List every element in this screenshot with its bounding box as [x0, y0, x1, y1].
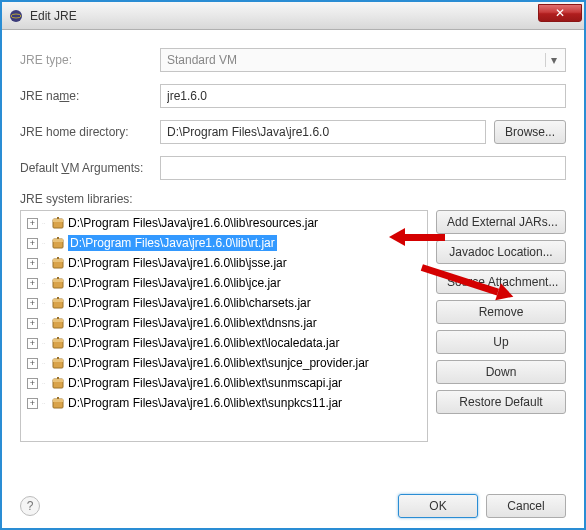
svg-rect-7 — [57, 237, 59, 239]
tree-item-label: D:\Program Files\Java\jre1.6.0\lib\ext\l… — [68, 336, 339, 350]
jar-icon — [50, 276, 66, 290]
expand-icon[interactable]: + — [27, 258, 38, 269]
jar-icon — [50, 396, 66, 410]
syslib-button-panel: Add External JARs... Javadoc Location...… — [436, 210, 566, 442]
vm-args-label: Default VM Arguments: — [20, 161, 160, 175]
window-title: Edit JRE — [30, 9, 77, 23]
expand-icon[interactable]: + — [27, 238, 38, 249]
tree-connector: ·· — [42, 260, 48, 266]
tree-connector: ·· — [42, 240, 48, 246]
svg-point-0 — [10, 10, 22, 22]
expand-icon[interactable]: + — [27, 298, 38, 309]
tree-item-label: D:\Program Files\Java\jre1.6.0\lib\ext\s… — [68, 376, 342, 390]
jre-name-label: JRE name: — [20, 89, 160, 103]
cancel-button[interactable]: Cancel — [486, 494, 566, 518]
svg-rect-9 — [53, 259, 63, 262]
svg-rect-16 — [57, 297, 59, 299]
tree-item-label: D:\Program Files\Java\jre1.6.0\lib\ext\d… — [68, 316, 317, 330]
svg-rect-22 — [57, 337, 59, 339]
titlebar: Edit JRE ✕ — [2, 2, 584, 30]
tree-item[interactable]: +··D:\Program Files\Java\jre1.6.0\lib\ex… — [21, 373, 427, 393]
help-icon-glyph: ? — [27, 499, 34, 513]
svg-rect-6 — [53, 239, 63, 242]
tree-item[interactable]: +··D:\Program Files\Java\jre1.6.0\lib\js… — [21, 253, 427, 273]
svg-rect-19 — [57, 317, 59, 319]
browse-button[interactable]: Browse... — [494, 120, 566, 144]
tree-connector: ·· — [42, 320, 48, 326]
svg-rect-12 — [53, 279, 63, 282]
jar-icon — [50, 336, 66, 350]
remove-button[interactable]: Remove — [436, 300, 566, 324]
svg-rect-10 — [57, 257, 59, 259]
close-button[interactable]: ✕ — [538, 4, 582, 22]
svg-rect-13 — [57, 277, 59, 279]
tree-item-label: D:\Program Files\Java\jre1.6.0\lib\ext\s… — [68, 356, 369, 370]
svg-rect-27 — [53, 379, 63, 382]
dialog-footer: ? OK Cancel — [20, 493, 566, 518]
tree-item-label: D:\Program Files\Java\jre1.6.0\lib\chars… — [68, 296, 311, 310]
tree-connector: ·· — [42, 220, 48, 226]
add-external-jars-button[interactable]: Add External JARs... — [436, 210, 566, 234]
jre-type-label: JRE type: — [20, 53, 160, 67]
jar-icon — [50, 376, 66, 390]
svg-rect-25 — [57, 357, 59, 359]
tree-item[interactable]: +··D:\Program Files\Java\jre1.6.0\lib\ex… — [21, 333, 427, 353]
tree-connector: ·· — [42, 400, 48, 406]
expand-icon[interactable]: + — [27, 278, 38, 289]
tree-item[interactable]: +··D:\Program Files\Java\jre1.6.0\lib\ex… — [21, 393, 427, 413]
svg-rect-4 — [57, 217, 59, 219]
tree-connector: ·· — [42, 280, 48, 286]
source-attachment-button[interactable]: Source Attachment... — [436, 270, 566, 294]
tree-item-label: D:\Program Files\Java\jre1.6.0\lib\rt.ja… — [68, 235, 277, 251]
expand-icon[interactable]: + — [27, 218, 38, 229]
tree-item-label: D:\Program Files\Java\jre1.6.0\lib\jsse.… — [68, 256, 287, 270]
chevron-down-icon: ▾ — [545, 53, 561, 67]
jre-home-input[interactable] — [160, 120, 486, 144]
svg-rect-18 — [53, 319, 63, 322]
jre-name-input[interactable] — [160, 84, 566, 108]
expand-icon[interactable]: + — [27, 358, 38, 369]
tree-item[interactable]: +··D:\Program Files\Java\jre1.6.0\lib\ex… — [21, 353, 427, 373]
help-button[interactable]: ? — [20, 496, 40, 516]
tree-item[interactable]: +··D:\Program Files\Java\jre1.6.0\lib\rt… — [21, 233, 427, 253]
jar-icon — [50, 296, 66, 310]
expand-icon[interactable]: + — [27, 318, 38, 329]
expand-icon[interactable]: + — [27, 398, 38, 409]
tree-connector: ·· — [42, 340, 48, 346]
close-icon: ✕ — [555, 6, 565, 20]
svg-rect-3 — [53, 219, 63, 222]
vm-args-input[interactable] — [160, 156, 566, 180]
svg-rect-15 — [53, 299, 63, 302]
tree-item-label: D:\Program Files\Java\jre1.6.0\lib\resou… — [68, 216, 318, 230]
jar-icon — [50, 356, 66, 370]
tree-connector: ·· — [42, 380, 48, 386]
javadoc-location-button[interactable]: Javadoc Location... — [436, 240, 566, 264]
svg-rect-21 — [53, 339, 63, 342]
expand-icon[interactable]: + — [27, 378, 38, 389]
dialog-content: JRE type: Standard VM ▾ JRE name: JRE ho… — [2, 30, 584, 450]
restore-default-button[interactable]: Restore Default — [436, 390, 566, 414]
jar-icon — [50, 216, 66, 230]
svg-rect-31 — [57, 397, 59, 399]
ok-button[interactable]: OK — [398, 494, 478, 518]
tree-item-label: D:\Program Files\Java\jre1.6.0\lib\jce.j… — [68, 276, 281, 290]
syslib-label: JRE system libraries: — [20, 192, 566, 206]
expand-icon[interactable]: + — [27, 338, 38, 349]
tree-connector: ·· — [42, 300, 48, 306]
svg-rect-30 — [53, 399, 63, 402]
tree-item-label: D:\Program Files\Java\jre1.6.0\lib\ext\s… — [68, 396, 342, 410]
up-button[interactable]: Up — [436, 330, 566, 354]
tree-item[interactable]: +··D:\Program Files\Java\jre1.6.0\lib\jc… — [21, 273, 427, 293]
jar-icon — [50, 316, 66, 330]
syslib-tree[interactable]: +··D:\Program Files\Java\jre1.6.0\lib\re… — [20, 210, 428, 442]
tree-item[interactable]: +··D:\Program Files\Java\jre1.6.0\lib\ch… — [21, 293, 427, 313]
down-button[interactable]: Down — [436, 360, 566, 384]
jre-home-label: JRE home directory: — [20, 125, 160, 139]
tree-item[interactable]: +··D:\Program Files\Java\jre1.6.0\lib\ex… — [21, 313, 427, 333]
tree-item[interactable]: +··D:\Program Files\Java\jre1.6.0\lib\re… — [21, 213, 427, 233]
jar-icon — [50, 236, 66, 250]
svg-rect-28 — [57, 377, 59, 379]
jre-type-value: Standard VM — [167, 53, 237, 67]
jre-type-combo: Standard VM ▾ — [160, 48, 566, 72]
tree-connector: ·· — [42, 360, 48, 366]
